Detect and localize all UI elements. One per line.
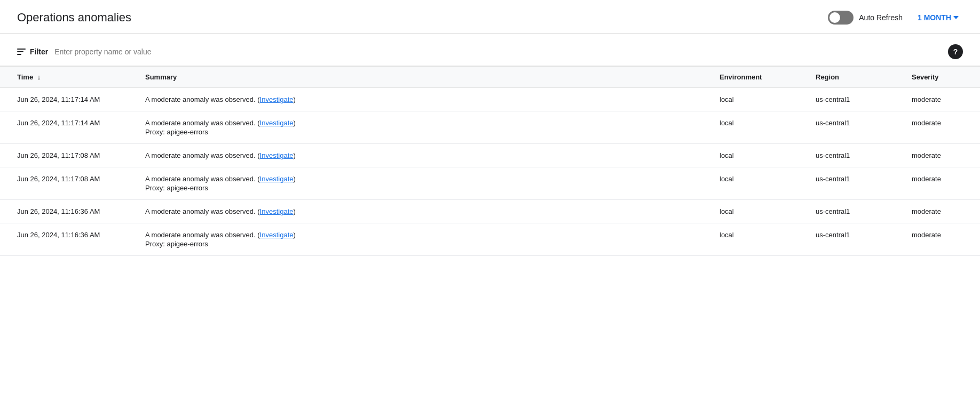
filter-label: Filter bbox=[30, 47, 48, 56]
table-row: Jun 26, 2024, 11:17:14 AMA moderate anom… bbox=[0, 111, 980, 144]
cell-summary: A moderate anomaly was observed. (Invest… bbox=[128, 144, 702, 167]
col-header-environment: Environment bbox=[702, 67, 799, 88]
filter-left: Filter bbox=[17, 47, 268, 56]
auto-refresh-label: Auto Refresh bbox=[859, 13, 903, 22]
auto-refresh-toggle[interactable] bbox=[828, 11, 853, 25]
cell-time: Jun 26, 2024, 11:17:14 AM bbox=[0, 88, 128, 111]
table-row: Jun 26, 2024, 11:17:14 AMA moderate anom… bbox=[0, 88, 980, 111]
cell-environment: local bbox=[702, 88, 799, 111]
table-row: Jun 26, 2024, 11:16:36 AMA moderate anom… bbox=[0, 200, 980, 223]
investigate-link[interactable]: Investigate bbox=[260, 207, 294, 215]
cell-summary: A moderate anomaly was observed. (Invest… bbox=[128, 200, 702, 223]
investigate-link[interactable]: Investigate bbox=[260, 175, 294, 183]
investigate-link[interactable]: Investigate bbox=[260, 231, 294, 239]
cell-severity: moderate bbox=[895, 88, 980, 111]
cell-environment: local bbox=[702, 223, 799, 256]
cell-time: Jun 26, 2024, 11:16:36 AM bbox=[0, 200, 128, 223]
summary-text: A moderate anomaly was observed. ( bbox=[145, 151, 260, 159]
col-header-region: Region bbox=[799, 67, 895, 88]
page-title: Operations anomalies bbox=[17, 11, 131, 25]
cell-severity: moderate bbox=[895, 167, 980, 200]
filter-bar: Filter ? bbox=[0, 34, 980, 66]
investigate-link[interactable]: Investigate bbox=[260, 95, 294, 103]
col-header-summary: Summary bbox=[128, 67, 702, 88]
cell-time: Jun 26, 2024, 11:17:08 AM bbox=[0, 167, 128, 200]
cell-summary: A moderate anomaly was observed. (Invest… bbox=[128, 111, 702, 144]
cell-region: us-central1 bbox=[799, 144, 895, 167]
investigate-link[interactable]: Investigate bbox=[260, 119, 294, 127]
cell-region: us-central1 bbox=[799, 88, 895, 111]
page-header: Operations anomalies Auto Refresh 1 MONT… bbox=[0, 0, 980, 34]
anomalies-table: Time ↓ Summary Environment Region Severi… bbox=[0, 66, 980, 256]
cell-time: Jun 26, 2024, 11:16:36 AM bbox=[0, 223, 128, 256]
table-row: Jun 26, 2024, 11:17:08 AMA moderate anom… bbox=[0, 144, 980, 167]
cell-summary: A moderate anomaly was observed. (Invest… bbox=[128, 167, 702, 200]
cell-time: Jun 26, 2024, 11:17:14 AM bbox=[0, 111, 128, 144]
cell-severity: moderate bbox=[895, 144, 980, 167]
sort-arrow-icon: ↓ bbox=[37, 73, 41, 81]
table-header-row: Time ↓ Summary Environment Region Severi… bbox=[0, 67, 980, 88]
investigate-link[interactable]: Investigate bbox=[260, 151, 294, 159]
filter-input[interactable] bbox=[54, 47, 268, 56]
table-row: Jun 26, 2024, 11:17:08 AMA moderate anom… bbox=[0, 167, 980, 200]
help-icon[interactable]: ? bbox=[948, 44, 963, 59]
toggle-thumb bbox=[829, 12, 840, 23]
cell-region: us-central1 bbox=[799, 167, 895, 200]
anomalies-table-container: Time ↓ Summary Environment Region Severi… bbox=[0, 66, 980, 256]
cell-environment: local bbox=[702, 111, 799, 144]
header-controls: Auto Refresh 1 MONTH bbox=[828, 11, 963, 25]
col-header-severity: Severity bbox=[895, 67, 980, 88]
cell-summary: A moderate anomaly was observed. (Invest… bbox=[128, 223, 702, 256]
proxy-text: Proxy: apigee-errors bbox=[145, 240, 694, 248]
cell-region: us-central1 bbox=[799, 223, 895, 256]
filter-icon[interactable] bbox=[17, 49, 26, 55]
chevron-down-icon bbox=[953, 16, 959, 19]
col-header-time[interactable]: Time ↓ bbox=[0, 67, 128, 88]
summary-text: A moderate anomaly was observed. ( bbox=[145, 175, 260, 183]
time-range-label: 1 MONTH bbox=[918, 13, 951, 22]
toggle-track bbox=[828, 11, 853, 25]
filter-icon-label[interactable]: Filter bbox=[17, 47, 48, 56]
cell-severity: moderate bbox=[895, 223, 980, 256]
summary-text: A moderate anomaly was observed. ( bbox=[145, 95, 260, 103]
table-header: Time ↓ Summary Environment Region Severi… bbox=[0, 67, 980, 88]
proxy-text: Proxy: apigee-errors bbox=[145, 128, 694, 136]
cell-environment: local bbox=[702, 200, 799, 223]
time-range-button[interactable]: 1 MONTH bbox=[913, 11, 963, 24]
cell-region: us-central1 bbox=[799, 200, 895, 223]
cell-region: us-central1 bbox=[799, 111, 895, 144]
summary-text: A moderate anomaly was observed. ( bbox=[145, 231, 260, 239]
table-body: Jun 26, 2024, 11:17:14 AMA moderate anom… bbox=[0, 88, 980, 256]
cell-summary: A moderate anomaly was observed. (Invest… bbox=[128, 88, 702, 111]
cell-environment: local bbox=[702, 144, 799, 167]
auto-refresh-toggle-container: Auto Refresh bbox=[828, 11, 903, 25]
cell-time: Jun 26, 2024, 11:17:08 AM bbox=[0, 144, 128, 167]
proxy-text: Proxy: apigee-errors bbox=[145, 184, 694, 192]
summary-text: A moderate anomaly was observed. ( bbox=[145, 207, 260, 215]
summary-text: A moderate anomaly was observed. ( bbox=[145, 119, 260, 127]
cell-severity: moderate bbox=[895, 200, 980, 223]
cell-severity: moderate bbox=[895, 111, 980, 144]
table-row: Jun 26, 2024, 11:16:36 AMA moderate anom… bbox=[0, 223, 980, 256]
cell-environment: local bbox=[702, 167, 799, 200]
